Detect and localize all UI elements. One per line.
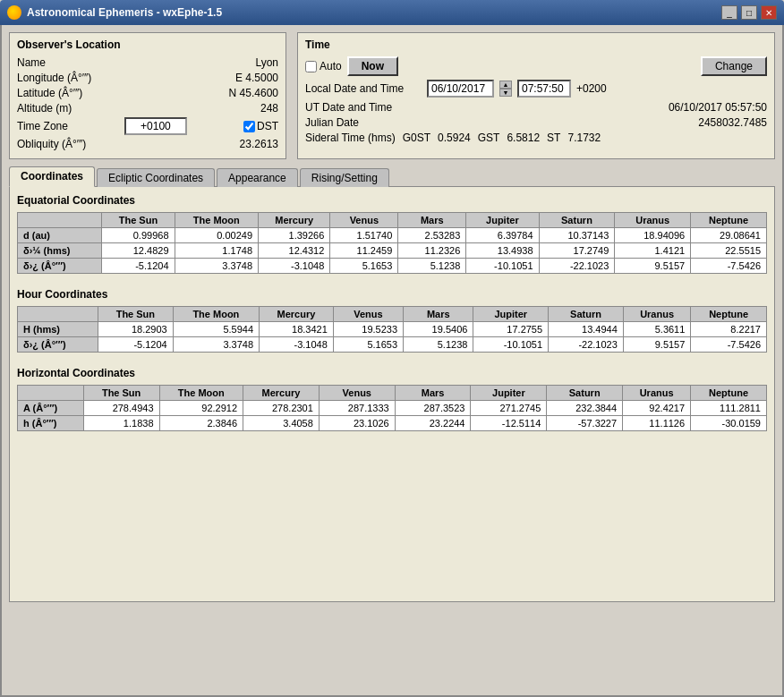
horiz-header-row: The Sun The Moon Mercury Venus Mars Jupi… bbox=[18, 386, 767, 401]
maximize-button[interactable]: □ bbox=[741, 5, 757, 20]
hz-col-header-4: Venus bbox=[319, 386, 395, 401]
obs-obliquity-label: Obliquity (Â°′″) bbox=[17, 138, 86, 150]
table-row: h (Â°′″) 1.1838 2.3846 3.4058 23.1026 23… bbox=[18, 416, 767, 431]
minimize-button[interactable]: _ bbox=[721, 5, 737, 20]
eq-col-header-5: Mars bbox=[398, 213, 466, 228]
h-col-header-5: Mars bbox=[404, 307, 473, 322]
obs-altitude-label: Altitude (m) bbox=[17, 102, 72, 115]
hz-row1-mars: 23.2244 bbox=[395, 416, 471, 431]
title-text: Astronomical Ephemeris - wxEphe-1.5 bbox=[27, 6, 222, 19]
hz-row0-uranus: 92.4217 bbox=[623, 401, 691, 416]
obs-altitude-row: Altitude (m) 248 bbox=[17, 102, 278, 115]
h-row1-venus: 5.1653 bbox=[333, 337, 403, 353]
h-row1-mars: 5.1238 bbox=[404, 337, 473, 353]
observer-title: Observer's Location bbox=[17, 38, 278, 51]
eq-row1-label: δ›¼ (hms) bbox=[18, 243, 102, 259]
h-col-header-8: Uranus bbox=[623, 307, 691, 322]
gst-label: GST bbox=[478, 132, 500, 144]
eq-row0-uranus: 18.94096 bbox=[615, 228, 691, 243]
hour-section: Hour Coordinates The Sun The Moon Mercur… bbox=[17, 288, 767, 353]
hz-col-header-6: Jupiter bbox=[471, 386, 547, 401]
title-bar-left: Astronomical Ephemeris - wxEphe-1.5 bbox=[7, 5, 222, 20]
horizontal-section: Horizontal Coordinates The Sun The Moon … bbox=[17, 367, 767, 431]
tab-appearance[interactable]: Appearance bbox=[217, 168, 298, 187]
eq-col-header-1: The Sun bbox=[102, 213, 175, 228]
hz-row1-uranus: 11.1126 bbox=[623, 416, 691, 431]
local-date-input[interactable] bbox=[427, 80, 494, 98]
tabs-container: Coordinates Ecliptic Coordinates Appeara… bbox=[9, 166, 775, 187]
h-col-header-6: Jupiter bbox=[473, 307, 549, 322]
local-time-input[interactable] bbox=[517, 80, 571, 98]
h-row0-jupiter: 17.2755 bbox=[473, 322, 549, 337]
eq-row2-uranus: 9.5157 bbox=[615, 259, 691, 274]
hz-row0-mercury: 278.2301 bbox=[243, 401, 320, 416]
ut-row: UT Date and Time 06/10/2017 05:57:50 bbox=[305, 101, 767, 114]
table-row: δ›¿ (Â°′″) -5.1204 3.3748 -3.1048 5.1653… bbox=[18, 337, 767, 353]
hz-row0-sun: 278.4943 bbox=[83, 401, 159, 416]
tz-offset-display: +0200 bbox=[576, 82, 607, 95]
hour-header-row: The Sun The Moon Mercury Venus Mars Jupi… bbox=[18, 307, 767, 322]
change-button[interactable]: Change bbox=[701, 56, 767, 76]
equatorial-title: Equatorial Coordinates bbox=[17, 194, 767, 207]
hz-row0-mars: 287.3523 bbox=[395, 401, 471, 416]
eq-row0-neptune: 29.08641 bbox=[691, 228, 767, 243]
tab-rising-setting[interactable]: Rising/Setting bbox=[300, 168, 389, 187]
timezone-input[interactable] bbox=[124, 117, 187, 135]
date-up-button[interactable]: ▲ bbox=[499, 81, 512, 89]
title-controls[interactable]: _ □ ✕ bbox=[721, 5, 777, 20]
hz-col-header-8: Uranus bbox=[623, 386, 691, 401]
tab-ecliptic[interactable]: Ecliptic Coordinates bbox=[97, 168, 215, 187]
hz-col-header-1: The Sun bbox=[83, 386, 159, 401]
tab-content: Equatorial Coordinates The Sun The Moon … bbox=[9, 186, 775, 602]
obs-name-row: Name Lyon bbox=[17, 56, 278, 69]
equatorial-section: Equatorial Coordinates The Sun The Moon … bbox=[17, 194, 767, 274]
hz-row0-venus: 287.1333 bbox=[319, 401, 395, 416]
eq-row2-saturn: -22.1023 bbox=[539, 259, 615, 274]
hz-col-header-5: Mars bbox=[395, 386, 471, 401]
auto-check: Auto bbox=[305, 60, 342, 72]
close-button[interactable]: ✕ bbox=[761, 5, 777, 20]
h-row0-saturn: 13.4944 bbox=[549, 322, 624, 337]
hz-col-header-0 bbox=[18, 386, 84, 401]
dst-checkbox[interactable] bbox=[243, 121, 255, 132]
eq-row0-sun: 0.99968 bbox=[102, 228, 175, 243]
dst-text: DST bbox=[257, 120, 278, 132]
hz-row0-jupiter: 271.2745 bbox=[471, 401, 547, 416]
table-row: δ›¿ (Â°′″) -5.1204 3.3748 -3.1048 5.1653… bbox=[18, 259, 767, 274]
eq-row1-sun: 12.4829 bbox=[102, 243, 175, 259]
eq-row0-jupiter: 6.39784 bbox=[466, 228, 539, 243]
observer-box: Observer's Location Name Lyon Longitude … bbox=[9, 32, 286, 159]
tab-coordinates[interactable]: Coordinates bbox=[9, 166, 95, 187]
h-row1-moon: 3.3748 bbox=[173, 337, 259, 353]
hz-row1-sun: 1.1838 bbox=[83, 416, 159, 431]
h-col-header-9: Neptune bbox=[691, 307, 767, 322]
table-row: d (au) 0.99968 0.00249 1.39266 1.51740 2… bbox=[18, 228, 767, 243]
time-title: Time bbox=[305, 38, 767, 51]
h-row0-moon: 5.5944 bbox=[173, 322, 259, 337]
timezone-row: Time Zone DST bbox=[17, 117, 278, 135]
eq-col-header-8: Uranus bbox=[615, 213, 691, 228]
date-spinners[interactable]: ▲ ▼ bbox=[499, 81, 512, 97]
h-row0-neptune: 8.2217 bbox=[691, 322, 767, 337]
hour-title: Hour Coordinates bbox=[17, 288, 767, 301]
eq-row2-mars: 5.1238 bbox=[398, 259, 466, 274]
ut-label: UT Date and Time bbox=[305, 101, 392, 114]
eq-row1-uranus: 1.4121 bbox=[615, 243, 691, 259]
now-button[interactable]: Now bbox=[347, 56, 398, 76]
eq-row2-label: δ›¿ (Â°′″) bbox=[18, 259, 102, 274]
date-down-button[interactable]: ▼ bbox=[499, 89, 512, 97]
julian-value: 2458032.7485 bbox=[698, 116, 767, 129]
eq-row2-mercury: -3.1048 bbox=[259, 259, 330, 274]
hz-row1-saturn: -57.3227 bbox=[547, 416, 623, 431]
hz-row0-saturn: 232.3844 bbox=[547, 401, 623, 416]
table-row: A (Â°′″) 278.4943 92.2912 278.2301 287.1… bbox=[18, 401, 767, 416]
hz-col-header-2: The Moon bbox=[159, 386, 243, 401]
eq-row0-moon: 0.00249 bbox=[175, 228, 259, 243]
eq-row1-jupiter: 13.4938 bbox=[466, 243, 539, 259]
hz-row1-neptune: -30.0159 bbox=[691, 416, 767, 431]
auto-checkbox[interactable] bbox=[305, 61, 317, 72]
obs-obliquity-value: 23.2613 bbox=[240, 138, 278, 150]
gst-value: 6.5812 bbox=[507, 132, 540, 144]
st-label: ST bbox=[547, 132, 560, 144]
hour-table: The Sun The Moon Mercury Venus Mars Jupi… bbox=[17, 306, 767, 353]
